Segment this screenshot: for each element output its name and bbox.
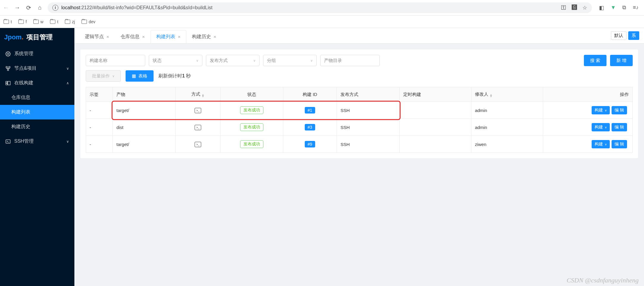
- row-edit-button[interactable]: 编 辑: [612, 140, 627, 148]
- cell-cron: [399, 119, 471, 136]
- bookmark-item[interactable]: t: [50, 19, 58, 24]
- extensions-icon[interactable]: ⧉: [622, 4, 626, 11]
- terminal-icon: >_: [195, 108, 201, 113]
- sidebar-item-label: SSH管理: [14, 138, 34, 144]
- bookmark-item[interactable]: t: [4, 19, 12, 24]
- cell-product: target/: [113, 102, 176, 119]
- forward-button[interactable]: →: [14, 4, 21, 11]
- col-ops: 操作: [543, 87, 632, 102]
- cell-cron: [399, 136, 471, 153]
- filter-release-select[interactable]: 发布方式∨: [206, 55, 260, 66]
- vue-devtools-icon[interactable]: ▼: [611, 4, 616, 11]
- filter-group-select[interactable]: 分组∨: [263, 55, 317, 66]
- svg-rect-1: [6, 66, 7, 68]
- close-icon[interactable]: ✕: [142, 35, 145, 39]
- workspace-more[interactable]: 系: [628, 31, 639, 40]
- row-edit-button[interactable]: 编 辑: [612, 123, 627, 131]
- cell-release: SSH: [337, 119, 400, 136]
- svg-rect-6: [8, 81, 10, 85]
- col-tag: 示签: [86, 87, 113, 102]
- sidebar-item[interactable]: 系统管理: [0, 46, 74, 61]
- folder-icon: [65, 20, 70, 24]
- bookmark-item[interactable]: zj: [65, 19, 75, 24]
- sidebar-item[interactable]: 在线构建∧: [0, 76, 74, 90]
- filter-status-select[interactable]: 状态∨: [149, 55, 202, 66]
- sidebar-item[interactable]: 构建历史: [0, 119, 74, 134]
- col-modifier[interactable]: 修改人▲▼: [471, 87, 543, 102]
- filter-name-input[interactable]: 构建名称: [86, 55, 145, 66]
- row-build-button[interactable]: 构建 ∨: [592, 106, 610, 114]
- back-button[interactable]: ←: [2, 4, 10, 11]
- build-list-panel: 构建名称 状态∨ 发布方式∨ 分组∨ 产物目录 搜 索 新 增 批量操作 ∨ ▦…: [80, 49, 638, 158]
- sidebar-item[interactable]: SSH管理∨: [0, 134, 74, 149]
- terminal-icon: >_: [195, 125, 201, 130]
- add-button[interactable]: 新 增: [610, 55, 633, 66]
- col-status: 状态: [220, 87, 283, 102]
- cell-release: SSH: [337, 136, 400, 153]
- svg-rect-5: [6, 83, 7, 85]
- cell-buildid: #9: [283, 136, 337, 153]
- cell-ops: 构建 ∨编 辑: [543, 136, 632, 153]
- batch-button[interactable]: 批量操作 ∨: [86, 70, 121, 82]
- tab[interactable]: 构建历史✕: [186, 30, 222, 43]
- close-icon[interactable]: ✕: [213, 35, 216, 39]
- bookmark-item[interactable]: dev: [82, 19, 96, 24]
- star-icon[interactable]: ☆: [582, 4, 587, 11]
- translate-icon[interactable]: 🅶: [572, 4, 577, 11]
- build-table: 示签 产物 方式▲▼ 状态 构建 ID 发布方式 定时构建 修改人▲▼ 操作: [86, 87, 633, 153]
- logo: Jpom. 项目管理: [0, 28, 74, 46]
- col-cron: 定时构建: [399, 87, 471, 102]
- site-info-icon[interactable]: i: [52, 5, 58, 11]
- tab[interactable]: 构建列表✕: [151, 30, 186, 43]
- logo-brand: Jpom.: [4, 33, 24, 41]
- media-icon[interactable]: ≡♪: [633, 4, 639, 11]
- tab[interactable]: 仓库信息✕: [115, 30, 151, 43]
- cell-product: target/: [113, 136, 176, 153]
- sidebar-item-label: 在线构建: [14, 80, 33, 86]
- cell-cron: [399, 102, 471, 119]
- close-icon[interactable]: ✕: [106, 35, 109, 39]
- cell-release: SSH: [337, 102, 400, 119]
- cell-method: >_: [176, 136, 221, 153]
- row-edit-button[interactable]: 编 辑: [612, 106, 627, 114]
- close-icon[interactable]: ✕: [178, 35, 181, 39]
- search-button[interactable]: 搜 索: [584, 55, 607, 66]
- filter-output-input[interactable]: 产物目录: [320, 55, 380, 66]
- chevron-icon: ∨: [66, 139, 69, 144]
- chevron-icon: ∨: [66, 66, 69, 71]
- url-text: localhost:2122/#/build/list-info?wid=DEF…: [61, 5, 212, 10]
- sidebar-item-label: 构建列表: [11, 109, 30, 115]
- sidebar-item-label: 节点&项目: [14, 65, 37, 72]
- cell-tag: -: [86, 119, 113, 136]
- col-method[interactable]: 方式▲▼: [176, 87, 221, 102]
- sidebar-item[interactable]: 构建列表: [0, 105, 74, 119]
- sidebar-item-label: 系统管理: [14, 51, 33, 57]
- reload-button[interactable]: ⟳: [25, 4, 32, 11]
- workspace-default[interactable]: 默认: [611, 31, 626, 40]
- svg-rect-7: [6, 140, 10, 143]
- key-icon[interactable]: ⚿: [561, 4, 566, 11]
- folder-icon: [4, 20, 9, 24]
- tab[interactable]: 逻辑节点✕: [79, 30, 115, 43]
- row-build-button[interactable]: 构建 ∨: [592, 140, 610, 148]
- sidebar-item-label: 构建历史: [11, 124, 30, 130]
- folder-icon: [82, 20, 87, 24]
- cell-buildid: #1: [283, 102, 337, 119]
- browser-toolbar: ← → ⟳ ⌂ i localhost:2122/#/build/list-in…: [0, 0, 644, 15]
- home-button[interactable]: ⌂: [36, 4, 43, 11]
- svg-rect-4: [6, 81, 7, 83]
- sidebar-item[interactable]: 仓库信息: [0, 90, 74, 105]
- svg-rect-2: [9, 66, 10, 68]
- sidebar-item[interactable]: 节点&项目∨: [0, 61, 74, 76]
- extension1-icon[interactable]: ◧: [599, 4, 604, 11]
- bookmark-item[interactable]: f: [18, 19, 27, 24]
- folder-icon: [18, 20, 24, 24]
- url-bar[interactable]: i localhost:2122/#/build/list-info?wid=D…: [48, 2, 592, 13]
- col-product: 产物: [113, 87, 176, 102]
- cell-buildid: #3: [283, 119, 337, 136]
- table-mode-button[interactable]: ▦ 表格: [126, 70, 154, 82]
- folder-icon: [50, 20, 55, 24]
- sidebar-item-label: 仓库信息: [11, 94, 30, 101]
- bookmark-item[interactable]: w: [33, 19, 43, 24]
- row-build-button[interactable]: 构建 ∨: [592, 123, 610, 131]
